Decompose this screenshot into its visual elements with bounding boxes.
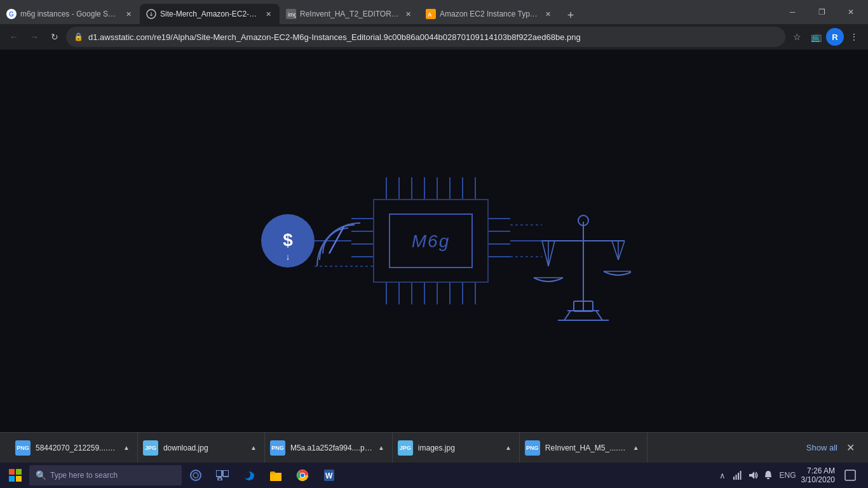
download-item-2[interactable]: JPG download.jpg ▲	[138, 433, 265, 463]
show-all-button[interactable]: Show all	[801, 440, 843, 455]
download-chevron-4[interactable]: ▲	[505, 444, 512, 451]
address-input[interactable]: 🔒 d1.awsstatic.com/re19/Alpha/Site-Merch…	[66, 27, 785, 47]
clock[interactable]: 7:26 AM 3/10/2020	[801, 466, 835, 485]
taskbar-right: ∧	[716, 463, 865, 488]
tray-expand-icon[interactable]: ∧	[716, 469, 729, 482]
download-icon-4: JPG	[398, 440, 413, 456]
tab-google-search[interactable]: G m6g instances - Google Search ✕	[0, 4, 140, 24]
svg-point-72	[301, 473, 304, 477]
address-actions: ☆ 📺 R ⋮	[788, 28, 863, 46]
close-downloads-button[interactable]: ✕	[843, 440, 858, 456]
tab-close-amazon[interactable]: ✕	[543, 9, 553, 19]
lock-icon: 🔒	[74, 32, 83, 41]
chrome-taskbar-button[interactable]	[290, 463, 315, 488]
language-indicator[interactable]: ENG	[780, 471, 796, 480]
profile-button[interactable]: R	[826, 28, 844, 46]
volume-tray-icon[interactable]	[747, 469, 759, 482]
svg-rect-76	[735, 475, 736, 480]
bookmark-button[interactable]: ☆	[788, 28, 806, 46]
svg-rect-78	[740, 471, 741, 480]
download-item-3[interactable]: PNG M5a.a1a252fa994....png ▲	[265, 433, 393, 463]
tab-reinvent[interactable]: img ReInvent_HA_T2_EDITORIAL.03e... ✕	[280, 4, 419, 24]
file-explorer-taskbar-button[interactable]	[263, 463, 288, 488]
m6g-illustration: M6g $ ↓	[237, 114, 631, 368]
word-taskbar-button[interactable]: W	[316, 463, 342, 488]
download-chevron-5[interactable]: ▲	[633, 444, 639, 451]
download-item-1[interactable]: PNG 58442070_212259....png ▲	[10, 433, 138, 463]
tab-site-merch[interactable]: Site-Merch_Amazon-EC2-M6g-I... ✕	[140, 4, 280, 24]
amazon-favicon: A	[426, 9, 436, 19]
clock-date: 3/10/2020	[801, 475, 835, 484]
minimize-button[interactable]: ─	[778, 0, 807, 24]
svg-line-54	[564, 311, 571, 320]
svg-text:W: W	[325, 471, 333, 480]
svg-rect-66	[216, 470, 222, 477]
download-item-5[interactable]: PNG ReInvent_HA_M5_....png ▲	[520, 433, 648, 463]
forward-button[interactable]: →	[25, 28, 43, 46]
svg-text:A: A	[428, 11, 432, 18]
task-view-icon	[216, 470, 229, 480]
svg-text:M6g: M6g	[412, 231, 450, 251]
svg-rect-75	[733, 477, 735, 480]
word-icon: W	[322, 468, 336, 482]
tab-title-amazon: Amazon EC2 Instance Types - An...	[440, 10, 539, 18]
tab-close-google[interactable]: ✕	[123, 9, 133, 19]
windows-logo-icon	[9, 469, 22, 482]
tab-close-reinvent[interactable]: ✕	[403, 9, 413, 19]
download-icon-1: PNG	[15, 440, 31, 456]
task-view-button[interactable]	[210, 463, 235, 488]
svg-rect-68	[218, 478, 222, 480]
svg-rect-63	[16, 476, 22, 482]
svg-text:img: img	[288, 11, 296, 18]
download-name-2: download.jpg	[163, 444, 245, 452]
tab-title-google: m6g instances - Google Search	[20, 10, 119, 18]
download-icon-5: PNG	[525, 440, 540, 456]
back-button[interactable]: ←	[5, 28, 23, 46]
taskbar: 🔍 Type here to search	[0, 463, 868, 488]
download-item-4[interactable]: JPG images.jpg ▲	[393, 433, 520, 463]
maximize-button[interactable]: ❐	[807, 0, 836, 24]
menu-button[interactable]: ⋮	[845, 28, 863, 46]
download-icon-2: JPG	[143, 440, 158, 456]
network-icon	[733, 470, 743, 480]
browser-chrome: G m6g instances - Google Search ✕ Site-M…	[0, 0, 868, 50]
tab-amazon-ec2[interactable]: A Amazon EC2 Instance Types - An... ✕	[419, 4, 559, 24]
cortana-icon	[189, 469, 202, 482]
svg-rect-60	[9, 469, 15, 475]
file-explorer-icon	[269, 468, 283, 482]
cortana-button[interactable]	[183, 463, 208, 488]
svg-rect-67	[223, 470, 229, 477]
start-button[interactable]	[3, 463, 28, 488]
system-tray: ∧	[716, 469, 775, 482]
taskbar-search[interactable]: 🔍 Type here to search	[29, 465, 182, 485]
svg-line-47	[542, 241, 548, 266]
network-tray-icon[interactable]	[731, 469, 744, 482]
download-name-1: 58442070_212259....png	[36, 444, 118, 452]
reload-button[interactable]: ↻	[46, 28, 64, 46]
new-tab-button[interactable]: +	[562, 6, 580, 24]
svg-rect-61	[16, 469, 22, 475]
svg-rect-79	[767, 478, 770, 479]
notification-tray-icon[interactable]	[762, 469, 775, 482]
notification-center-button[interactable]	[840, 463, 860, 488]
svg-rect-80	[845, 470, 855, 480]
volume-icon	[748, 470, 758, 480]
edge-icon	[242, 468, 256, 482]
tab-title-site-merch: Site-Merch_Amazon-EC2-M6g-I...	[160, 10, 259, 18]
download-chevron-3[interactable]: ▲	[378, 444, 384, 451]
svg-line-55	[596, 311, 602, 320]
chrome-icon	[295, 468, 309, 482]
tab-close-site-merch[interactable]: ✕	[263, 9, 273, 19]
site-merch-favicon	[146, 9, 156, 19]
cast-button[interactable]: 📺	[807, 28, 825, 46]
close-window-button[interactable]: ✕	[836, 0, 865, 24]
edge-taskbar-button[interactable]	[236, 463, 262, 488]
download-chevron-1[interactable]: ▲	[123, 444, 130, 451]
svg-point-64	[191, 470, 201, 480]
reinvent-favicon: img	[286, 9, 296, 19]
download-name-5: ReInvent_HA_M5_....png	[545, 444, 628, 452]
window-controls: ─ ❐ ✕	[778, 0, 868, 24]
download-icon-3: PNG	[270, 440, 285, 456]
download-chevron-2[interactable]: ▲	[250, 444, 257, 451]
download-name-4: images.jpg	[418, 444, 500, 452]
